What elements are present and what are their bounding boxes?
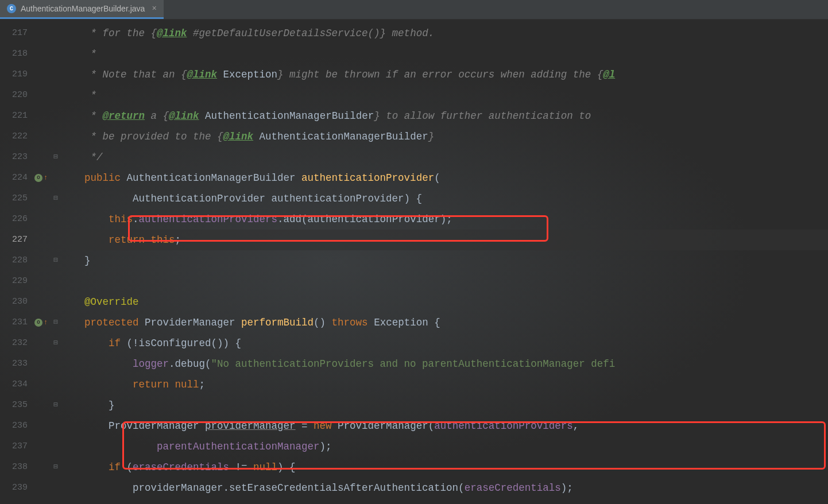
tab-bar: C AuthenticationManagerBuilder.java × xyxy=(0,0,828,20)
code-line[interactable]: */ xyxy=(60,147,828,168)
gutter-marker xyxy=(34,64,60,85)
code-line[interactable]: return this; xyxy=(60,230,828,250)
code-line[interactable]: return null; xyxy=(60,374,828,395)
code-area[interactable]: * for the {@link #getDefaultUserDetailsS… xyxy=(60,20,828,504)
fold-open-icon[interactable]: ⊟ xyxy=(53,457,58,478)
code-line[interactable]: * Note that an {@link Exception} might b… xyxy=(60,64,828,85)
gutter-marker: ⊟ xyxy=(34,457,60,478)
line-number: 229 xyxy=(0,271,28,292)
gutter-marker xyxy=(34,271,60,292)
gutter-marker xyxy=(34,416,60,436)
line-number: 218 xyxy=(0,44,28,64)
code-line[interactable]: AuthenticationProvider authenticationPro… xyxy=(60,188,828,209)
code-line[interactable]: * be provided to the {@link Authenticati… xyxy=(60,126,828,147)
code-line[interactable]: } xyxy=(60,395,828,416)
gutter-marker xyxy=(34,23,60,44)
code-line[interactable]: logger.debug("No authenticationProviders… xyxy=(60,354,828,374)
gutter-marker xyxy=(34,354,60,374)
code-line[interactable]: parentAuthenticationManager); xyxy=(60,436,828,457)
line-number: 219 xyxy=(0,64,28,85)
override-icon[interactable]: O xyxy=(34,174,42,182)
code-line[interactable]: * xyxy=(60,85,828,106)
line-number: 223 xyxy=(0,147,28,168)
line-number: 238 xyxy=(0,457,28,478)
gutter-marker: ⊟ xyxy=(34,250,60,271)
line-number: 231 xyxy=(0,312,28,333)
gutter-marker xyxy=(34,85,60,106)
fold-close-icon[interactable]: ⊟ xyxy=(53,395,58,416)
line-number: 237 xyxy=(0,436,28,457)
arrow-up-icon: ↑ xyxy=(44,312,48,333)
code-line[interactable]: protected ProviderManager performBuild()… xyxy=(60,312,828,333)
line-number: 217 xyxy=(0,23,28,44)
line-number: 232 xyxy=(0,333,28,354)
code-line[interactable]: if (!isConfigured()) { xyxy=(60,333,828,354)
fold-close-icon[interactable]: ⊟ xyxy=(53,250,58,271)
gutter-marker xyxy=(34,106,60,126)
editor-tab[interactable]: C AuthenticationManagerBuilder.java × xyxy=(0,0,164,19)
gutter-marker xyxy=(34,292,60,312)
line-number: 222 xyxy=(0,126,28,147)
line-number: 239 xyxy=(0,478,28,498)
code-line[interactable] xyxy=(60,271,828,292)
code-line[interactable]: public AuthenticationManagerBuilder auth… xyxy=(60,168,828,188)
line-number: 226 xyxy=(0,209,28,230)
code-line[interactable]: this.authenticationProviders.add(authent… xyxy=(60,209,828,230)
line-number: 230 xyxy=(0,292,28,312)
line-number: 228 xyxy=(0,250,28,271)
code-line[interactable]: ProviderManager providerManager = new Pr… xyxy=(60,416,828,436)
gutter-marker: O↑⊟ xyxy=(34,312,60,333)
gutter-marker: ⊟ xyxy=(34,188,60,209)
gutter-marker: ⊟ xyxy=(34,395,60,416)
line-number: 233 xyxy=(0,354,28,374)
gutter-marker: ⊟ xyxy=(34,147,60,168)
gutter-marker xyxy=(34,230,60,250)
fold-close-icon[interactable]: ⊟ xyxy=(53,147,58,168)
code-line[interactable]: } xyxy=(60,250,828,271)
gutter-icons: ⊟O↑⊟⊟O↑⊟⊟⊟⊟ xyxy=(34,20,60,504)
fold-open-icon[interactable]: ⊟ xyxy=(53,333,58,354)
line-number: 224 xyxy=(0,168,28,188)
line-number: 225 xyxy=(0,188,28,209)
gutter-marker xyxy=(34,44,60,64)
code-line[interactable]: * @return a {@link AuthenticationManager… xyxy=(60,106,828,126)
code-line[interactable]: * xyxy=(60,44,828,64)
override-icon[interactable]: O xyxy=(34,319,42,327)
code-editor[interactable]: 2172182192202212222232242252262272282292… xyxy=(0,20,828,504)
gutter-marker: O↑ xyxy=(34,168,60,188)
code-line[interactable]: @Override xyxy=(60,292,828,312)
line-number: 234 xyxy=(0,374,28,395)
line-number: 220 xyxy=(0,85,28,106)
line-number-gutter: 2172182192202212222232242252262272282292… xyxy=(0,20,34,504)
code-line[interactable]: * for the {@link #getDefaultUserDetailsS… xyxy=(60,23,828,44)
gutter-marker xyxy=(34,209,60,230)
line-number: 227 xyxy=(0,230,28,250)
gutter-marker xyxy=(34,436,60,457)
tab-title: AuthenticationManagerBuilder.java xyxy=(21,4,145,13)
fold-open-icon[interactable]: ⊟ xyxy=(53,312,58,333)
line-number: 236 xyxy=(0,416,28,436)
arrow-up-icon: ↑ xyxy=(44,168,48,188)
line-number: 221 xyxy=(0,106,28,126)
close-icon[interactable]: × xyxy=(152,4,156,13)
gutter-marker xyxy=(34,126,60,147)
gutter-marker xyxy=(34,478,60,498)
file-type-icon: C xyxy=(7,4,16,13)
gutter-marker xyxy=(34,374,60,395)
code-line[interactable]: providerManager.setEraseCredentialsAfter… xyxy=(60,478,828,498)
fold-open-icon[interactable]: ⊟ xyxy=(53,188,58,209)
gutter-marker: ⊟ xyxy=(34,333,60,354)
code-line[interactable]: if (eraseCredentials != null) { xyxy=(60,457,828,478)
line-number: 235 xyxy=(0,395,28,416)
